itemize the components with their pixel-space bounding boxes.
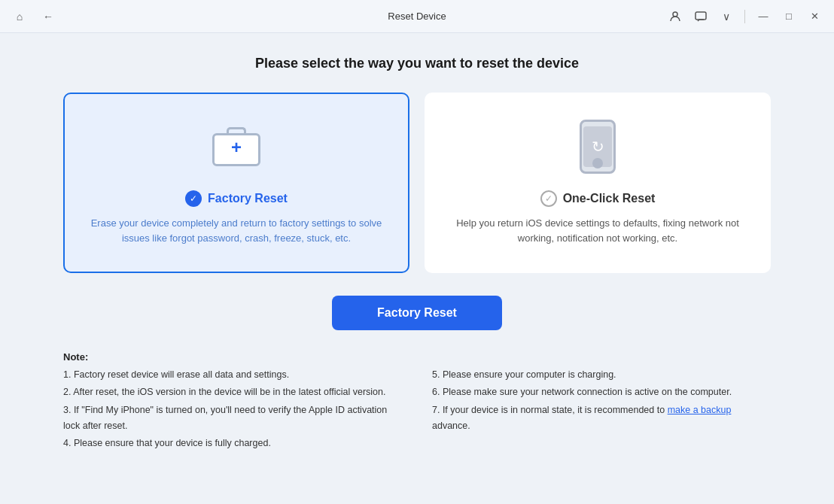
notes-title: Note: <box>63 351 771 363</box>
one-click-check: ✓ <box>540 190 557 207</box>
refresh-icon: ↻ <box>592 138 604 156</box>
titlebar-nav: ⌂ ← <box>9 6 59 27</box>
notes-section: Note: 1. Factory reset device will erase… <box>63 351 771 453</box>
titlebar-separator <box>744 10 745 23</box>
one-click-title: One-Click Reset <box>563 192 656 205</box>
user-icon[interactable] <box>665 6 686 27</box>
phone-home-btn <box>592 158 603 169</box>
factory-reset-card[interactable]: + ✓ Factory Reset Erase your device comp… <box>63 93 409 273</box>
note-6: 6. Please make sure your network connect… <box>432 384 771 400</box>
briefcase-body: + <box>212 133 260 166</box>
back-button[interactable]: ← <box>38 6 59 27</box>
note-4: 4. Please ensure that your device is ful… <box>63 436 402 451</box>
page-title: Please select the way you want to reset … <box>255 56 579 71</box>
notes-left: 1. Factory reset device will erase all d… <box>63 367 402 453</box>
backup-link[interactable]: make a backup <box>668 405 732 415</box>
factory-reset-desc: Erase your device completely and return … <box>83 216 390 245</box>
factory-reset-title-row: ✓ Factory Reset <box>185 190 288 207</box>
one-click-icon-wrap: ↻ <box>568 117 628 177</box>
chat-icon[interactable] <box>690 6 711 27</box>
factory-reset-check: ✓ <box>185 190 202 207</box>
close-button[interactable]: ✕ <box>804 6 825 27</box>
note-7: 7. If your device is in normal state, it… <box>432 402 771 435</box>
chevron-down-icon[interactable]: ∨ <box>716 6 737 27</box>
titlebar: ⌂ ← Reset Device ∨ — □ ✕ <box>0 0 834 33</box>
phone-icon: ↻ <box>580 120 616 174</box>
cards-container: + ✓ Factory Reset Erase your device comp… <box>63 93 771 273</box>
one-click-desc: Help you return iOS device settings to d… <box>444 216 751 245</box>
notes-right: 5. Please ensure your computer is chargi… <box>432 367 771 453</box>
window-title: Reset Device <box>388 11 446 22</box>
note-5: 5. Please ensure your computer is chargi… <box>432 367 771 383</box>
one-click-reset-card[interactable]: ↻ ✓ One-Click Reset Help you return iOS … <box>425 93 771 273</box>
home-button[interactable]: ⌂ <box>9 6 30 27</box>
maximize-button[interactable]: □ <box>778 6 799 27</box>
factory-reset-button[interactable]: Factory Reset <box>332 296 502 330</box>
note-2: 2. After reset, the iOS version in the d… <box>63 384 402 400</box>
note-7-suffix: advance. <box>432 421 470 431</box>
main-content: Please select the way you want to reset … <box>0 33 834 504</box>
note-3: 3. If "Find My iPhone" is turned on, you… <box>63 402 402 435</box>
titlebar-controls: ∨ — □ ✕ <box>665 6 825 27</box>
svg-rect-1 <box>696 12 706 20</box>
factory-reset-icon-wrap: + <box>206 117 266 177</box>
briefcase-icon: + <box>212 127 260 166</box>
note-7-text: 7. If your device is in normal state, it… <box>432 405 665 415</box>
factory-reset-title: Factory Reset <box>208 192 288 205</box>
svg-point-0 <box>673 12 677 17</box>
note-1: 1. Factory reset device will erase all d… <box>63 367 402 383</box>
notes-grid: 1. Factory reset device will erase all d… <box>63 367 771 453</box>
briefcase-plus: + <box>231 138 242 156</box>
one-click-title-row: ✓ One-Click Reset <box>540 190 656 207</box>
minimize-button[interactable]: — <box>753 6 774 27</box>
